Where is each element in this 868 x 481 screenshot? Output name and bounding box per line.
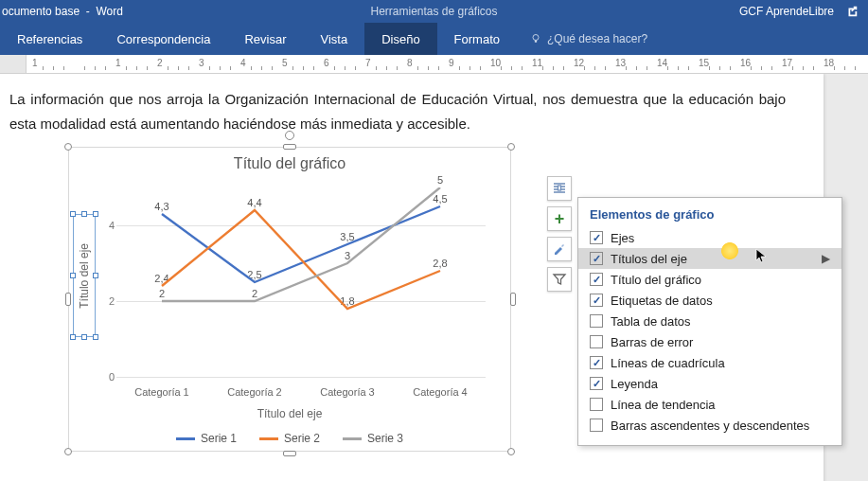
selection-handle[interactable] (283, 144, 296, 150)
selection-handle[interactable] (64, 448, 72, 455)
layout-options-icon (552, 181, 567, 196)
selection-handle[interactable] (507, 143, 515, 151)
share-icon[interactable] (845, 5, 859, 18)
tell-me-placeholder: ¿Qué desea hacer? (547, 32, 647, 45)
funnel-icon (552, 272, 567, 287)
ruler-number: 9 (449, 58, 454, 68)
ruler-number: 5 (282, 58, 288, 68)
ruler-number: 13 (615, 58, 626, 68)
flyout-item-label: Tabla de datos (611, 314, 691, 329)
contextual-tab-title: Herramientas de gráficos (0, 5, 868, 18)
checkbox[interactable] (590, 314, 603, 328)
y-axis-title-box[interactable]: Título del eje (73, 214, 96, 337)
flyout-item[interactable]: ✓Título del gráfico (578, 269, 841, 290)
body-paragraph[interactable]: La información que nos arroja la Organiz… (9, 87, 786, 135)
ruler-number: 18 (824, 58, 834, 68)
tab-revisar[interactable]: Revisar (227, 23, 303, 55)
checkbox[interactable]: ✓ (590, 231, 603, 244)
flyout-item[interactable]: Barras de error (578, 331, 841, 352)
window-title-bar: ocumento base - Word Herramientas de grá… (0, 0, 868, 23)
legend-label: Serie 1 (201, 432, 237, 445)
ruler-number: 2 (157, 58, 163, 68)
ruler-number: 16 (740, 58, 751, 68)
legend-item[interactable]: Serie 2 (259, 432, 320, 445)
chevron-right-icon: ▶ (822, 252, 830, 265)
checkbox[interactable] (590, 398, 603, 411)
checkbox[interactable]: ✓ (590, 294, 603, 307)
flyout-item[interactable]: ✓Etiquetas de datos (578, 290, 841, 311)
tab-correspondencia[interactable]: Correspondencia (99, 23, 227, 55)
y-tick-label: 2 (99, 295, 115, 307)
chart-styles-button[interactable] (547, 237, 572, 261)
checkbox[interactable]: ✓ (590, 356, 603, 369)
chart-filters-button[interactable] (547, 267, 572, 292)
ruler-number: 17 (782, 58, 792, 68)
selection-handle[interactable] (507, 448, 515, 455)
selection-handle[interactable] (283, 451, 296, 456)
flyout-item-label: Título del gráfico (611, 273, 701, 287)
flyout-item-label: Barras ascendentes y descendentes (611, 419, 809, 433)
y-axis-title[interactable]: Título del eje (78, 243, 91, 309)
chart-side-tools: + (547, 176, 572, 292)
plot-area[interactable]: 024Categoría 1Categoría 2Categoría 3Cate… (116, 187, 486, 377)
flyout-item[interactable]: ✓Títulos del eje▶ (578, 248, 841, 269)
flyout-item-label: Barras de error (611, 335, 693, 349)
document-area: La información que nos arroja la Organiz… (0, 74, 868, 481)
ribbon-tabs: Referencias Correspondencia Revisar Vist… (0, 23, 868, 55)
account-name[interactable]: GCF AprendeLibre (739, 5, 834, 18)
layout-options-button[interactable] (547, 176, 572, 201)
flyout-item[interactable]: ✓Leyenda (578, 373, 841, 394)
flyout-item[interactable]: ✓Líneas de cuadrícula (578, 352, 841, 373)
x-category-label: Categoría 2 (208, 386, 301, 398)
tab-vista[interactable]: Vista (303, 23, 364, 55)
flyout-item[interactable]: Tabla de datos (578, 311, 841, 331)
horizontal-ruler[interactable]: 1123456789101112131415161718 (27, 55, 868, 73)
ruler-number: 7 (365, 58, 371, 68)
chart-object[interactable]: Título del gráfico Título del eje 024Cat… (68, 147, 511, 452)
ruler-number: 12 (574, 58, 584, 68)
checkbox[interactable]: ✓ (590, 273, 603, 286)
legend-item[interactable]: Serie 3 (343, 432, 403, 445)
tab-diseno[interactable]: Diseño (364, 23, 436, 55)
y-tick-label: 0 (99, 371, 115, 383)
x-category-label: Categoría 1 (115, 386, 208, 398)
chart-elements-button[interactable]: + (547, 206, 572, 231)
ruler-number: 1 (115, 58, 121, 68)
rotate-handle[interactable] (285, 131, 294, 140)
flyout-item[interactable]: ✓Ejes (578, 227, 841, 248)
tab-referencias[interactable]: Referencias (0, 23, 99, 55)
brush-icon (552, 241, 567, 257)
document-title: ocumento base - Word (2, 5, 123, 18)
plus-icon: + (555, 209, 565, 229)
y-tick-label: 4 (99, 220, 115, 231)
svg-rect-2 (558, 186, 561, 190)
flyout-item-label: Títulos del eje (611, 252, 687, 266)
selection-handle[interactable] (65, 293, 71, 306)
selection-handle[interactable] (64, 143, 72, 151)
svg-point-0 (533, 35, 539, 41)
flyout-item-label: Leyenda (611, 377, 658, 391)
chart-title[interactable]: Título del gráfico (69, 148, 510, 176)
flyout-item[interactable]: Barras ascendentes y descendentes (578, 415, 841, 436)
x-axis-title[interactable]: Título del eje (257, 407, 323, 420)
checkbox[interactable]: ✓ (590, 252, 603, 265)
tell-me-search[interactable]: ¿Qué desea hacer? (517, 23, 647, 55)
selection-handle[interactable] (510, 293, 516, 306)
ruler-number: 15 (699, 58, 709, 68)
flyout-item-label: Líneas de cuadrícula (611, 356, 725, 370)
svg-rect-1 (535, 41, 537, 43)
flyout-item[interactable]: Línea de tendencia (578, 394, 841, 415)
ruler-number: 4 (240, 58, 246, 68)
data-label: 5 (437, 174, 443, 186)
ruler-number: 8 (407, 58, 413, 68)
legend-item[interactable]: Serie 1 (176, 432, 237, 445)
legend-label: Serie 3 (367, 432, 403, 445)
checkbox[interactable]: ✓ (590, 377, 603, 390)
legend-swatch (343, 437, 362, 440)
checkbox[interactable] (590, 419, 603, 432)
x-category-label: Categoría 3 (301, 386, 394, 398)
tab-formato[interactable]: Formato (437, 23, 517, 55)
chart-legend[interactable]: Serie 1Serie 2Serie 3 (69, 432, 510, 445)
checkbox[interactable] (590, 335, 603, 348)
legend-label: Serie 2 (284, 432, 320, 445)
